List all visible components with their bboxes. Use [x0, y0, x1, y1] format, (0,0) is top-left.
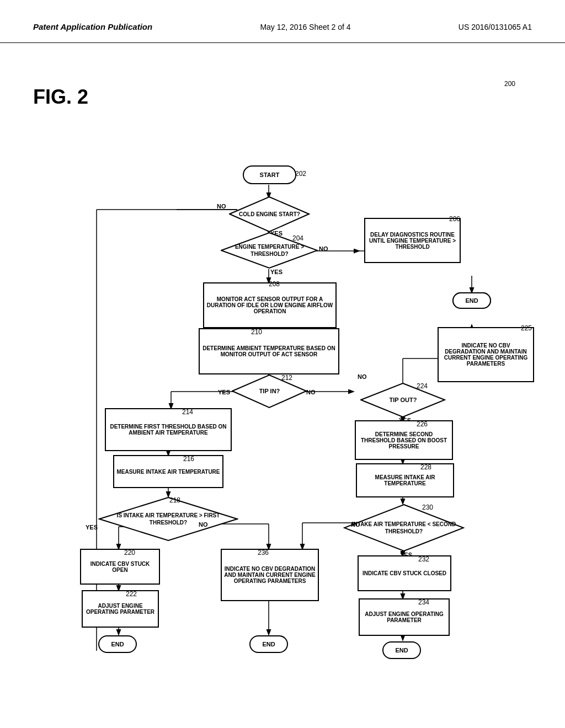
ref-226: 226 — [417, 420, 428, 428]
ref-234: 234 — [418, 598, 429, 606]
cold-engine-node: COLD ENGINE START? — [229, 196, 310, 233]
end-top-right-node: END — [452, 292, 491, 309]
ref-225: 225 — [521, 324, 532, 332]
header-center: May 12, 2016 Sheet 2 of 4 — [260, 23, 350, 31]
end-mid-node: END — [249, 635, 288, 653]
ref-214: 214 — [182, 408, 193, 416]
header: Patent Application Publication May 12, 2… — [0, 0, 565, 43]
ref-218: 218 — [169, 496, 180, 504]
determine-second-node: DETERMINE SECOND THRESHOLD BASED ON BOOS… — [355, 420, 453, 460]
indicate-cbv-closed-node: INDICATE CBV STUCK CLOSED — [358, 555, 451, 591]
ref-220: 220 — [124, 549, 135, 556]
header-right: US 2016/0131065 A1 — [459, 23, 532, 31]
no-cold-engine: NO — [217, 203, 226, 210]
no-tip-out: NO — [358, 373, 367, 380]
ref-228: 228 — [420, 463, 431, 471]
measure-intake-right-node: MEASURE INTAKE AIR TEMPERATURE — [356, 463, 454, 497]
ref-204: 204 — [292, 234, 303, 242]
determine-ambient-node: DETERMINE AMBIENT TEMPERATURE BASED ON M… — [199, 328, 339, 374]
diagram: 200 START 202 COLD ENGINE START? YES NO … — [0, 77, 565, 717]
ref-206: 206 — [449, 215, 460, 223]
header-left: Patent Application Publication — [33, 22, 152, 31]
indicate-no-cbv-right-node: INDICATE NO CBV DEGRADATION AND MAINTAIN… — [438, 327, 534, 382]
ref-232: 232 — [418, 555, 429, 563]
ref-210: 210 — [251, 328, 262, 336]
yes-intake-temp: YES — [86, 524, 98, 531]
engine-temp-node: ENGINE TEMPERATURE > THRESHOLD? — [221, 232, 318, 269]
delay-diag-node: DELAY DIAGNOSTICS ROUTINE UNTIL ENGINE T… — [364, 218, 461, 263]
end-left-node: END — [98, 635, 137, 653]
measure-intake-left-node: MEASURE INTAKE AIR TEMPERATURE — [113, 455, 223, 488]
determine-first-node: DETERMINE FIRST THRESHOLD BASED ON AMBIE… — [105, 408, 232, 451]
tip-in-node: TIP IN? — [232, 374, 307, 409]
adjust-engine-right-node: ADJUST ENGINE OPERATING PARAMETER — [359, 598, 450, 636]
ref-222: 222 — [126, 590, 137, 598]
no-engine-temp: NO — [319, 245, 328, 252]
ref-224: 224 — [417, 382, 428, 390]
tip-out-node: TIP OUT? — [360, 382, 446, 418]
indicate-cbv-open-node: INDICATE CBV STUCK OPEN — [80, 549, 160, 585]
is-intake-temp-node: IS INTAKE AIR TEMPERATURE > FIRST THRESH… — [98, 496, 238, 542]
start-node: START — [243, 165, 296, 184]
ref-202: 202 — [295, 170, 306, 178]
yes-tip-in: YES — [218, 389, 230, 395]
ref-212: 212 — [281, 374, 292, 382]
ref-230: 230 — [422, 504, 433, 511]
ref-236: 236 — [258, 549, 269, 556]
adjust-engine-left-node: ADJUST ENGINE OPERATING PARAMETER — [82, 590, 159, 628]
indicate-no-cbv-mid-node: INDICATE NO CBV DEGRADATION AND MAINTAIN… — [221, 549, 319, 601]
ref-200: 200 — [504, 80, 515, 88]
no-tip-in: NO — [306, 389, 316, 395]
yes-engine-temp: YES — [270, 269, 282, 275]
ref-216: 216 — [183, 455, 194, 463]
ref-208: 208 — [269, 280, 280, 288]
end-right-node: END — [382, 641, 421, 659]
monitor-act-node: MONITOR ACT SENSOR OUTPUT FOR A DURATION… — [203, 282, 337, 328]
page: Patent Application Publication May 12, 2… — [0, 0, 565, 728]
intake-temp-lt-node: INTAKE AIR TEMPERATURE < SECOND THRESHOL… — [343, 504, 465, 552]
